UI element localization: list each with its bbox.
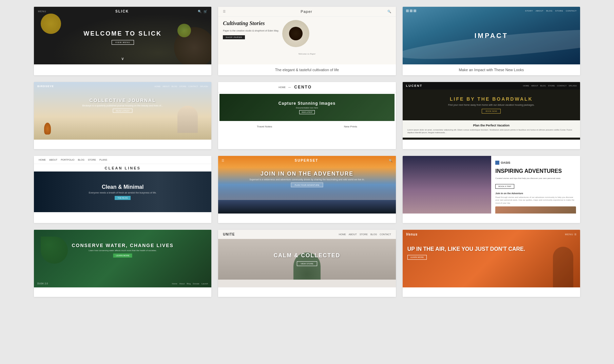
unite-nav-store: STORE bbox=[360, 233, 368, 236]
dusk-nav-about: About bbox=[179, 283, 185, 285]
theme-card-unite[interactable]: UNITE HOME ABOUT STORE BLOG CONTACT CALM… bbox=[218, 230, 396, 297]
dusk-nav-home: Home bbox=[172, 283, 177, 285]
birdseye-preview: BIRDSEYE HOME ABOUT BLOG STORE CONTACT S… bbox=[34, 82, 211, 140]
impact-preview: STORY ABOUT BLOG STORE CONTACT IMPACT bbox=[403, 7, 580, 64]
dusk-preview: CONSERVE WATER, CHANGE LIVES Learn how c… bbox=[34, 230, 211, 287]
slick-arrow-down-icon: ∨ bbox=[121, 56, 124, 61]
birdseye-footer bbox=[34, 140, 211, 149]
theme-card-dusk[interactable]: CONSERVE WATER, CHANGE LIVES Learn how c… bbox=[34, 230, 211, 297]
slick-preview: MENU SLICK 🔍 🛒 WELCOME TO SLICK VIEW MEN… bbox=[34, 7, 211, 64]
unite-preview: UNITE HOME ABOUT STORE BLOG CONTACT CALM… bbox=[218, 230, 396, 287]
paper-welcome: Welcome to Paper bbox=[298, 53, 315, 55]
lucent-nav-store: STORE bbox=[548, 85, 555, 87]
impact-nav-story: STORY bbox=[525, 10, 533, 12]
slick-brand: SLICK bbox=[115, 9, 129, 13]
lucent-hero-title: LIFE BY THE BOARDWALK bbox=[407, 96, 575, 102]
superset-preview: ☰ SUPERSET 🔍 JOIN IN ON THE ADVENTURE Su… bbox=[218, 156, 396, 214]
cento-main-image: Capture Stunning Images Documentation te… bbox=[219, 94, 394, 121]
superset-subtitle: Superset is a wilderness and adventure c… bbox=[227, 178, 387, 181]
impact-nav-about: ABOUT bbox=[536, 10, 543, 12]
birdseye-read-btn[interactable]: READ LATEST bbox=[113, 109, 133, 113]
venus-menu-label: MENU ☰ bbox=[565, 233, 577, 236]
slick-view-menu-btn[interactable]: VIEW MENU bbox=[112, 40, 134, 45]
unite-view-btn[interactable]: VIEW STORE bbox=[297, 261, 317, 266]
superset-search-icon: 🔍 bbox=[389, 159, 392, 162]
cleanlines-nav-portfolio: PORTFOLIO bbox=[61, 159, 74, 161]
theme-card-superset[interactable]: ☰ SUPERSET 🔍 JOIN IN ON THE ADVENTURE Su… bbox=[218, 156, 396, 223]
birdseye-nav-home: HOME bbox=[154, 85, 160, 87]
cleanlines-subtitle: Everyone needs a breath of fresh air ami… bbox=[89, 191, 157, 194]
birdseye-nav-splash: SPLASH bbox=[200, 85, 208, 87]
theme-card-slick[interactable]: MENU SLICK 🔍 🛒 WELCOME TO SLICK VIEW MEN… bbox=[34, 7, 211, 75]
unite-hero-title: CALM & COLLECTED bbox=[274, 252, 340, 259]
cento-hero-title: Capture Stunning Images bbox=[279, 101, 335, 106]
cleanlines-nav-plans: PLANS bbox=[99, 159, 107, 161]
theme-card-lucent[interactable]: LUCENT HOME ABOUT BLOG STORE CONTACT SPL… bbox=[403, 82, 580, 149]
dusk-footer bbox=[34, 287, 211, 297]
cleanlines-preview: HOME ABOUT PORTFOLIO BLOG STORE PLANS CL… bbox=[34, 156, 211, 214]
theme-card-impact[interactable]: STORY ABOUT BLOG STORE CONTACT IMPACT Ma… bbox=[403, 7, 580, 75]
theme-card-cleanlines[interactable]: HOME ABOUT PORTFOLIO BLOG STORE PLANS CL… bbox=[34, 156, 211, 223]
impact-social-icon-2 bbox=[410, 9, 412, 12]
dusk-brand: DUSK 2.0 bbox=[37, 282, 48, 285]
slick-footer bbox=[34, 64, 211, 74]
cento-nav-links: ••• bbox=[288, 86, 291, 88]
cento-nav-home: HOME bbox=[279, 86, 286, 88]
venus-learn-btn[interactable]: LEARN MORE bbox=[407, 255, 427, 260]
lucent-book-btn[interactable]: BOOK NOW bbox=[482, 109, 501, 114]
lucent-footer bbox=[403, 140, 580, 149]
venus-preview: Venus MENU ☰ UP IN THE AIR, LIKE YOU JUS… bbox=[403, 230, 580, 287]
oasis-logo-icon bbox=[495, 161, 499, 165]
lucent-brand: LUCENT bbox=[406, 84, 423, 87]
theme-card-birdseye[interactable]: BIRDSEYE HOME ABOUT BLOG STORE CONTACT S… bbox=[34, 82, 211, 149]
lucent-subtitle: Find your next home away from home with … bbox=[407, 104, 575, 106]
themes-grid: MENU SLICK 🔍 🛒 WELCOME TO SLICK VIEW MEN… bbox=[0, 0, 614, 304]
oasis-hero-title: INSPIRING ADVENTURES bbox=[495, 168, 576, 174]
birdseye-hero-title: COLLECTIVE JOURNAL bbox=[43, 98, 203, 103]
cleanlines-nav-home: HOME bbox=[39, 159, 46, 161]
oasis-book-btn[interactable]: BOOK A TRIP bbox=[495, 184, 514, 189]
theme-card-oasis[interactable]: OASIS INSPIRING ADVENTURES Curated stori… bbox=[403, 156, 580, 223]
slick-hero-title: WELCOME TO SLICK bbox=[83, 30, 162, 37]
unite-nav-home: HOME bbox=[339, 233, 346, 236]
superset-menu-icon: ☰ bbox=[222, 159, 224, 162]
birdseye-brand: BIRDSEYE bbox=[37, 85, 54, 88]
cento-view-btn[interactable]: VIEW LATEST bbox=[299, 110, 315, 114]
venus-hero-title: UP IN THE AIR, LIKE YOU JUST DON'T CARE. bbox=[407, 246, 525, 252]
impact-social-icon-1 bbox=[406, 9, 409, 12]
cleanlines-hero-title: Clean & Minimal bbox=[102, 184, 144, 190]
impact-nav-contact: CONTACT bbox=[566, 10, 577, 12]
theme-card-venus[interactable]: Venus MENU ☰ UP IN THE AIR, LIKE YOU JUS… bbox=[403, 230, 580, 297]
unite-nav-blog: BLOG bbox=[370, 233, 377, 236]
dusk-nav-donate: Donate bbox=[193, 283, 199, 285]
theme-card-cento[interactable]: HOME ••• CENTO Capture Stunning Images D… bbox=[218, 82, 396, 149]
paper-preview: ☰ Paper 🔍 Cultivating Stories Paper is t… bbox=[218, 7, 396, 64]
cleanlines-blog-btn[interactable]: THE BLOG bbox=[115, 196, 130, 200]
theme-card-paper[interactable]: ☰ Paper 🔍 Cultivating Stories Paper is t… bbox=[218, 7, 396, 75]
lucent-nav-about: ABOUT bbox=[531, 85, 538, 87]
dusk-subtitle: Learn how conserving water affects much … bbox=[43, 249, 203, 251]
cleanlines-footer bbox=[34, 214, 211, 223]
impact-nav-blog: BLOG bbox=[546, 10, 553, 12]
cleanlines-nav-store: STORE bbox=[88, 159, 96, 161]
paper-subtitle: Paper is the creative studio & shopfront… bbox=[223, 29, 279, 33]
superset-plan-btn[interactable]: PLAN YOUR ADVENTURE bbox=[291, 183, 323, 187]
impact-hero-title: IMPACT bbox=[475, 32, 508, 40]
paper-footer: The elegant & tasteful cultivation of li… bbox=[218, 64, 396, 75]
paper-hero-image bbox=[282, 20, 309, 47]
superset-brand: SUPERSET bbox=[295, 159, 319, 162]
impact-footer: Make an Impact with These New Looks bbox=[403, 64, 580, 75]
oasis-preview: OASIS INSPIRING ADVENTURES Curated stori… bbox=[403, 156, 580, 214]
slick-cart-icon: 🛒 bbox=[204, 10, 207, 13]
cento-footer-right: New Prints bbox=[344, 125, 357, 128]
unite-nav-contact: CONTACT bbox=[380, 233, 391, 236]
birdseye-nav-store: STORE bbox=[179, 85, 187, 87]
lucent-section-title: Plan the Perfect Vacation bbox=[407, 124, 575, 127]
lucent-nav-splash: SPLASH bbox=[569, 85, 577, 87]
dusk-learn-btn[interactable]: LEARN MORE bbox=[113, 254, 132, 258]
oasis-cliff-image bbox=[403, 156, 492, 214]
oasis-footer bbox=[403, 214, 580, 223]
cleanlines-nav-about: ABOUT bbox=[49, 159, 57, 161]
paper-shop-btn[interactable]: SHOP PAPER bbox=[223, 35, 245, 39]
unite-nav-about: ABOUT bbox=[349, 233, 357, 236]
